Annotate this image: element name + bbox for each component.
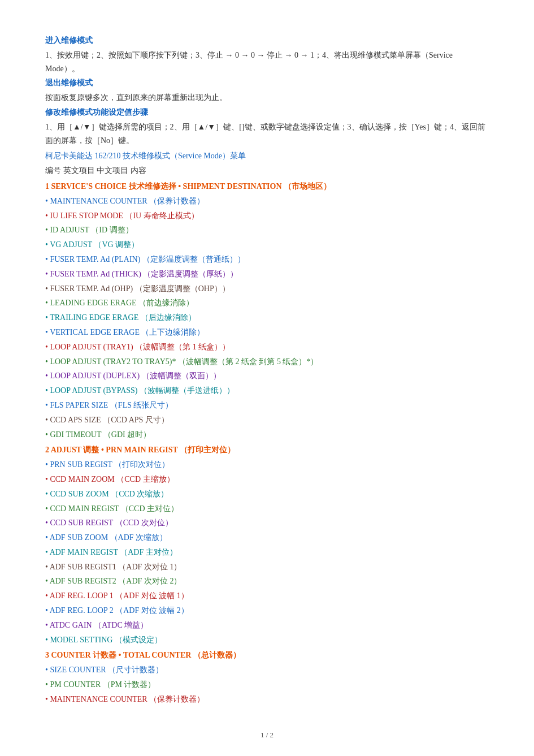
intro-steps: 1、按效用键；2、按照如下顺序按下列键；3、停止 → 0 → 0 → 停止 → … xyxy=(45,49,489,76)
exit-heading: 退出维修模式 xyxy=(45,76,489,90)
list-item: • LEADING EDGE ERAGE （前边缘消除） xyxy=(45,296,489,310)
list-item: • MODEL SETTING （模式设定） xyxy=(45,633,489,647)
list-item: • GDI TIMEOUT （GDI 超时） xyxy=(45,428,489,442)
list-item: • TRAILING EDGE ERAGE （后边缘消除） xyxy=(45,311,489,325)
list-item: • FLS PAPER SIZE （FLS 纸张尺寸） xyxy=(45,399,489,412)
menu-heading: 柯尼卡美能达 162/210 技术维修模式（Service Mode）菜单 xyxy=(45,149,489,163)
list-item: • MAINTENANCE COUNTER （保养计数器） xyxy=(45,693,489,706)
list-item: • VERTICAL EDGE ERAGE （上下边缘消除） xyxy=(45,326,489,339)
section3-header: 3 COUNTER 计数器 • TOTAL COUNTER （总计数器） xyxy=(45,649,489,662)
list-item: • CCD MAIN ZOOM （CCD 主缩放） xyxy=(45,473,489,486)
list-item: • PRN SUB REGIST （打印次对位） xyxy=(45,458,489,472)
section2-header: 2 ADJUST 调整 • PRN MAIN REGIST （打印主对位） xyxy=(45,443,489,457)
list-item: • CCD MAIN REGIST （CCD 主对位） xyxy=(45,502,489,516)
columns-header: 编号 英文项目 中文项目 内容 xyxy=(45,164,489,178)
list-item: • ADF SUB ZOOM （ADF 次缩放） xyxy=(45,531,489,545)
list-item: • ID ADJUST （ID 调整） xyxy=(45,223,489,237)
list-item: • ADF SUB REGIST1 （ADF 次对位 1） xyxy=(45,560,489,574)
list-item: • ATDC GAIN （ATDC 增益） xyxy=(45,619,489,632)
list-item: • CCD SUB ZOOM （CCD 次缩放） xyxy=(45,487,489,501)
exit-steps: 按面板复原键多次，直到原来的屏幕重新出现为止。 xyxy=(45,91,489,105)
list-item: • FUSER TEMP. Ad (PLAIN) （定影温度调整（普通纸）） xyxy=(45,253,489,266)
list-item: • VG ADJUST （VG 调整） xyxy=(45,238,489,252)
modify-heading: 修改维修模式功能设定值步骤 xyxy=(45,106,489,119)
section1-items: • MAINTENANCE COUNTER （保养计数器） • IU LIFE … xyxy=(45,195,489,442)
list-item: • PM COUNTER （PM 计数器） xyxy=(45,678,489,692)
list-item: • ADF REG. LOOP 1 （ADF 对位 波幅 1） xyxy=(45,589,489,603)
list-item: • ADF SUB REGIST2 （ADF 次对位 2） xyxy=(45,574,489,588)
section1-header: 1 SERVICE'S CHOICE 技术维修选择 • SHIPMENT DES… xyxy=(45,180,489,193)
list-item: • LOOP ADJUST (TRAY2 TO TRAY5)* （波幅调整（第 … xyxy=(45,355,489,369)
list-item: • LOOP ADJUST (BYPASS) （波幅调整（手送进纸）） xyxy=(45,384,489,398)
list-item: • SIZE COUNTER （尺寸计数器） xyxy=(45,663,489,677)
modify-steps: 1、用［▲/▼］键选择所需的项目；2、用［▲/▼］键、[]键、或数字键盘选择设定… xyxy=(45,120,489,148)
page-content: 进入维修模式 1、按效用键；2、按照如下顺序按下列键；3、停止 → 0 → 0 … xyxy=(45,34,489,741)
list-item: • MAINTENANCE COUNTER （保养计数器） xyxy=(45,195,489,208)
list-item: • LOOP ADJUST (DUPLEX) （波幅调整（双面）） xyxy=(45,369,489,383)
list-item: • IU LIFE STOP MODE （IU 寿命终止模式） xyxy=(45,209,489,223)
section3-items: • SIZE COUNTER （尺寸计数器） • PM COUNTER （PM … xyxy=(45,663,489,706)
section2-items: • PRN SUB REGIST （打印次对位） • CCD MAIN ZOOM… xyxy=(45,458,489,646)
list-item: • LOOP ADJUST (TRAY1) （波幅调整（第 1 纸盒）） xyxy=(45,340,489,354)
list-item: • CCD SUB REGIST （CCD 次对位） xyxy=(45,516,489,530)
list-item: • FUSER TEMP. Ad (OHP) （定影温度调整（OHP）） xyxy=(45,282,489,296)
list-item: • ADF MAIN REGIST （ADF 主对位） xyxy=(45,546,489,559)
list-item: • ADF REG. LOOP 2 （ADF 对位 波幅 2） xyxy=(45,604,489,617)
intro-heading: 进入维修模式 xyxy=(45,34,489,47)
list-item: • FUSER TEMP. Ad (THICK) （定影温度调整（厚纸）） xyxy=(45,267,489,281)
list-item: • CCD APS SIZE （CCD APS 尺寸） xyxy=(45,413,489,427)
page-number: 1 / 2 xyxy=(45,729,489,741)
